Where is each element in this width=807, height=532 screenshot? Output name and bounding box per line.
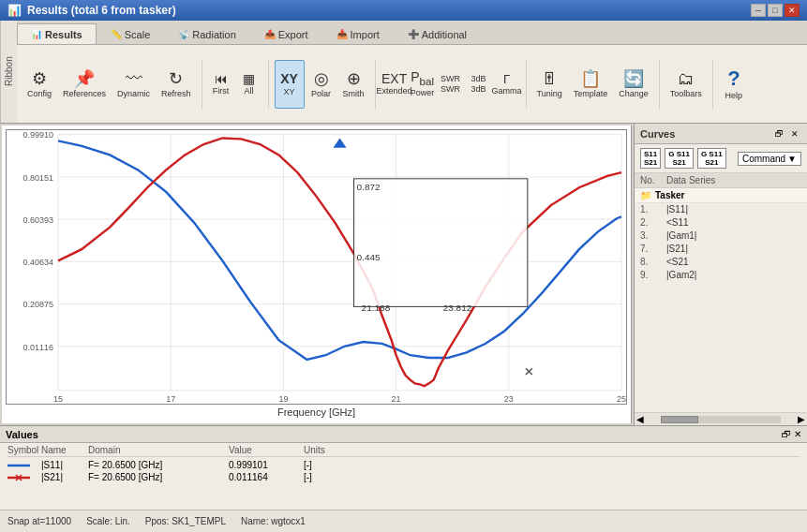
values-close-button[interactable]: ✕ [794, 429, 801, 439]
config-icon: ⚙ [32, 70, 47, 87]
values-title: Values [6, 429, 38, 440]
smith-icon: ⊕ [347, 70, 361, 87]
tab-scale[interactable]: 📏 Scale [97, 23, 165, 44]
curve-row-1[interactable]: 1. |S11| [635, 203, 807, 216]
svg-text:21.188: 21.188 [362, 303, 391, 313]
scroll-right-button[interactable]: ▶ [796, 414, 807, 424]
3db-button[interactable]: 3dB 3dB [466, 60, 492, 109]
help-icon: ? [727, 68, 740, 89]
window-controls: ─ □ ✕ [751, 4, 800, 17]
tab-results[interactable]: 📊 Results [17, 23, 97, 44]
gamma-button[interactable]: Γ Gamma [494, 60, 520, 109]
domain-s11: F= 20.6500 [GHz] [88, 460, 229, 470]
change-icon: 🔄 [623, 70, 644, 87]
svg-text:17: 17 [166, 394, 175, 404]
polar-icon: ◎ [314, 70, 329, 87]
window-title: Results (total 6 from tasker) [27, 4, 176, 17]
curve-row-9[interactable]: 9. |Gam2| [635, 269, 807, 282]
first-label: First [213, 86, 230, 96]
gamma-icon: Γ [503, 73, 510, 85]
col-symbol: Symbol [7, 445, 41, 455]
values-restore-button[interactable]: 🗗 [782, 429, 791, 439]
main-content: 0.99910 0.80151 0.60393 0.40634 0.20875 … [0, 124, 807, 510]
tab-import[interactable]: 📥 Import [322, 23, 394, 44]
tab-additional[interactable]: ➕ Additional [394, 23, 481, 44]
xy-button[interactable]: XY XY [275, 60, 305, 109]
curves-close-button[interactable]: ✕ [788, 129, 801, 139]
symbol-s11 [7, 460, 41, 470]
tab-export[interactable]: 📤 Export [250, 23, 322, 44]
col-units: Units [304, 445, 351, 455]
tab-export-label: Export [278, 29, 308, 40]
power-button[interactable]: Pbal Power [410, 60, 436, 109]
chart-x-label: Frequency [GHz] [6, 405, 627, 420]
all-button[interactable]: ▦ All [236, 60, 262, 109]
tool-group-nav: ⏮ First ▦ All [208, 60, 269, 109]
svg-text:0.20875: 0.20875 [23, 301, 54, 310]
col-domain: Domain [88, 445, 229, 455]
tab-radiation[interactable]: 📡 Radiation [164, 23, 249, 44]
power-label: Power [411, 88, 435, 97]
config-button[interactable]: ⚙ Config [22, 60, 56, 109]
refresh-button[interactable]: ↻ Refresh [157, 60, 196, 109]
tool-group-template: 🎚 Tuning 📋 Template 🔄 Change [532, 60, 660, 109]
curve-no-2: 2. [640, 217, 666, 228]
maximize-button[interactable]: □ [768, 4, 783, 17]
scrollbar-thumb[interactable] [661, 416, 698, 423]
curve-row-8[interactable]: 8. <S21 [635, 256, 807, 269]
curves-scrollbar[interactable]: ◀ ▶ [635, 412, 807, 425]
config-label: Config [27, 89, 52, 98]
template-button[interactable]: 📋 Template [569, 60, 613, 109]
tuning-icon: 🎚 [541, 70, 558, 87]
extended-button[interactable]: EXT Extended [381, 60, 408, 109]
3db-icon: 3dB [471, 75, 486, 83]
tuning-label: Tuning [537, 89, 562, 98]
change-button[interactable]: 🔄 Change [614, 60, 653, 109]
toolbars-icon: 🗂 [678, 70, 695, 87]
status-bar: Snap at=11000 Scale: Lin. Ppos: SK1_TEMP… [0, 510, 807, 532]
scroll-left-button[interactable]: ◀ [635, 414, 646, 424]
tab-radiation-icon: 📡 [178, 29, 189, 39]
curve-row-7[interactable]: 7. |S21| [635, 243, 807, 256]
extended-icon: EXT [381, 72, 407, 85]
s-param-btn-1[interactable]: S11S21 [640, 148, 661, 169]
help-button[interactable]: ? Help [719, 60, 749, 109]
command-dropdown[interactable]: Command ▼ [738, 152, 801, 166]
minimize-button[interactable]: ─ [751, 4, 766, 17]
all-icon: ▦ [243, 72, 255, 85]
curves-table[interactable]: No. Data Series 📁 Tasker 1. |S11| 2. <S1… [635, 173, 807, 412]
curve-no-3: 3. [640, 230, 666, 241]
tuning-button[interactable]: 🎚 Tuning [532, 60, 567, 109]
swr-button[interactable]: SWR SWR [438, 60, 464, 109]
col-name: Name [41, 445, 88, 455]
toolbars-button[interactable]: 🗂 Toolbars [665, 60, 707, 109]
tab-radiation-label: Radiation [192, 29, 235, 40]
chart-container[interactable]: 0.99910 0.80151 0.60393 0.40634 0.20875 … [2, 126, 632, 423]
status-name: Name: wgtocx1 [241, 516, 306, 526]
col-value: Value [229, 445, 304, 455]
curve-row-3[interactable]: 3. |Gam1| [635, 229, 807, 243]
close-button[interactable]: ✕ [785, 4, 800, 17]
smith-button[interactable]: ⊕ Smith [338, 60, 369, 109]
curves-window-controls: 🗗 ✕ [772, 129, 801, 139]
references-button[interactable]: 📌 References [58, 60, 111, 109]
first-button[interactable]: ⏮ First [208, 60, 234, 109]
curves-panel: Curves 🗗 ✕ S11S21 G S11S21 G S11S21 Comm… [634, 124, 807, 425]
command-label: Command [742, 154, 785, 164]
curve-no-9: 9. [640, 270, 666, 280]
chart-area[interactable]: 0.99910 0.80151 0.60393 0.40634 0.20875 … [6, 129, 627, 405]
svg-text:15: 15 [53, 394, 63, 404]
scrollbar-track[interactable] [661, 416, 781, 423]
curves-restore-button[interactable]: 🗗 [772, 129, 786, 139]
title-bar: 📊 Results (total 6 from tasker) ─ □ ✕ [0, 0, 807, 21]
curve-row-2[interactable]: 2. <S11 [635, 216, 807, 229]
polar-button[interactable]: ◎ Polar [306, 60, 336, 109]
dynamic-button[interactable]: 〰 Dynamic [112, 60, 155, 109]
tab-export-icon: 📤 [264, 29, 276, 39]
s-param-btn-3[interactable]: G S11S21 [697, 148, 726, 169]
values-row-s21: |S21| F= 20.6500 [GHz] 0.011164 [-] [7, 471, 800, 483]
change-label: Change [619, 89, 649, 98]
toolbars-label: Toolbars [670, 89, 702, 98]
s-param-btn-2[interactable]: G S11S21 [665, 148, 694, 169]
ribbon-content: 📊 Results 📏 Scale 📡 Radiation 📤 Export 📥… [17, 21, 807, 123]
